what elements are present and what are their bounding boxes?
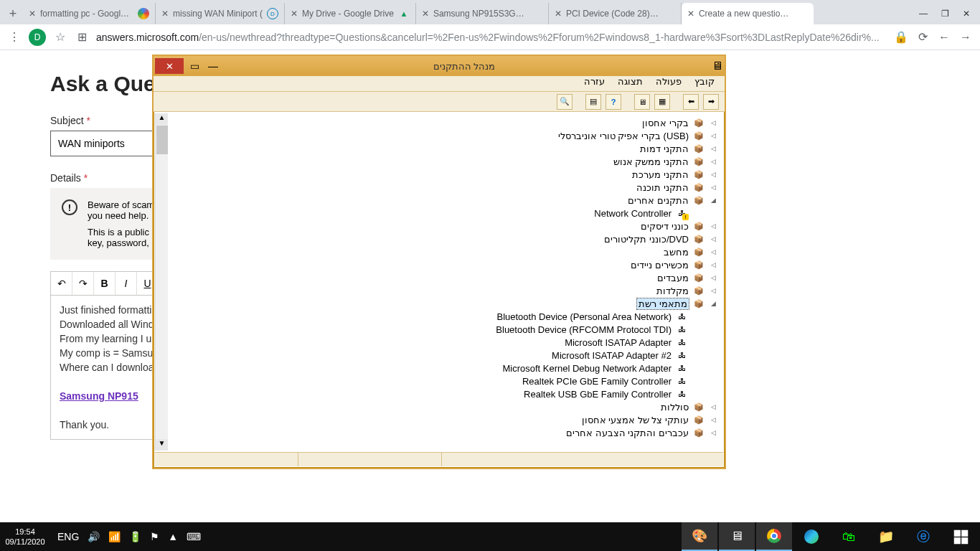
tab-0[interactable]: ✕formatting pc - Google S (23, 3, 156, 24)
app-explorer[interactable]: 📁 (868, 522, 904, 551)
network-icon[interactable]: 📶 (108, 531, 121, 542)
dm-close-button[interactable]: ✕ (155, 58, 184, 74)
tree-node[interactable]: ◁📦מקלדות (168, 284, 723, 297)
tab-2[interactable]: ✕My Drive - Google Drive▲ (285, 3, 416, 24)
tool-show-hidden-icon[interactable]: ▦ (654, 94, 670, 110)
install-icon[interactable]: ⊞ (75, 30, 89, 44)
menu-file[interactable]: קובץ (694, 76, 715, 91)
tree-node[interactable]: ◁📦כונני דיסקים (168, 220, 723, 232)
device-icon: 📦 (693, 298, 705, 309)
tree-node[interactable]: ◁📦התקני דמות (168, 142, 723, 155)
close-icon[interactable]: ✕ (291, 9, 298, 19)
close-icon[interactable]: ✕ (555, 9, 562, 19)
close-icon[interactable]: ✕ (422, 9, 429, 19)
tree-node[interactable]: 🖧Bluetooth Device (Personal Area Network… (168, 310, 723, 323)
tab-1[interactable]: ✕missing WAN Miniport (D (156, 3, 285, 24)
forward-icon[interactable]: → (958, 31, 973, 44)
flag-icon[interactable]: ⚑ (150, 531, 159, 542)
tool-properties-icon[interactable]: ▤ (585, 94, 601, 110)
avatar[interactable]: D (29, 29, 46, 46)
google-icon (138, 8, 149, 19)
device-icon: 📦 (693, 259, 705, 270)
device-icon: 📦 (693, 156, 705, 167)
device-icon: 🖧 (676, 362, 687, 374)
lang-indicator[interactable]: ENG (57, 531, 79, 542)
tree-node[interactable]: ◁📦התקני מערכת (168, 168, 723, 181)
dm-maximize-button[interactable]: ▭ (185, 60, 204, 72)
tray-more-icon[interactable]: ▲ (168, 531, 178, 542)
tree-node[interactable]: ◁📦מעבדים (168, 271, 723, 284)
keyboard-icon[interactable]: ⌨ (187, 531, 201, 542)
menu-view[interactable]: תצוגה (618, 76, 643, 91)
battery-icon[interactable]: 🔋 (129, 531, 141, 542)
tool-forward-icon[interactable]: ➡ (703, 94, 719, 110)
device-icon: 🖧 (676, 375, 687, 387)
tree-node[interactable]: 🖧Microsoft ISATAP Adapter #2 (168, 349, 723, 362)
back-icon[interactable]: ← (937, 31, 951, 44)
tree-node[interactable]: ◁📦כונני תקליטורים/DVD (168, 232, 723, 245)
samsung-link[interactable]: Samsung NP915 (60, 390, 138, 402)
close-button[interactable]: ✕ (956, 6, 977, 22)
close-icon[interactable]: ✕ (161, 9, 169, 19)
new-tab-button[interactable]: + (3, 4, 23, 24)
app-paint[interactable]: 🎨 (682, 522, 717, 551)
bold-button[interactable]: B (94, 272, 116, 295)
tree-node[interactable]: 🖧Network Controller (168, 207, 723, 220)
tree-node[interactable]: 🖧Bluetooth Device (RFCOMM Protocol TDI) (168, 323, 723, 336)
bookmark-icon[interactable]: ☆ (53, 30, 67, 44)
menu-help[interactable]: עזרה (584, 76, 605, 91)
menu-action[interactable]: פעולה (656, 76, 682, 91)
dm-titlebar[interactable]: 🖥 מנהל ההתקנים — ▭ ✕ (154, 56, 725, 76)
tree-node[interactable]: ◢📦מתאמי רשת (168, 297, 723, 310)
device-tree[interactable]: ◁📦בקרי אחסון◁📦בקרי אפיק טורי אוניברסלי (… (168, 113, 723, 451)
lock-icon[interactable]: 🔒 (894, 30, 908, 44)
tree-node[interactable]: ◁📦בקרי אפיק טורי אוניברסלי (USB) (168, 129, 723, 142)
tree-node[interactable]: ◁📦עכברים והתקני הצבעה אחרים (168, 426, 723, 439)
system-tray[interactable]: ENG 🔊 📶 🔋 ⚑ ▲ ⌨ (50, 531, 208, 542)
tree-node[interactable]: ◁📦מכשירים ניידים (168, 258, 723, 271)
menu-icon[interactable]: ⋮ (7, 30, 22, 44)
device-icon: 🖧 (676, 207, 687, 219)
tree-node[interactable]: ◁📦סוללות (168, 400, 723, 413)
tree-node[interactable]: 🖧Realtek PCIe GbE Family Controller (168, 375, 723, 387)
volume-icon[interactable]: 🔊 (88, 531, 100, 542)
italic-button[interactable]: I (116, 272, 137, 295)
url-field[interactable]: answers.microsoft.com/en-us/newthread?th… (96, 32, 887, 43)
device-icon: 📦 (693, 233, 705, 245)
chrome-icon (767, 529, 781, 543)
tool-back-icon[interactable]: ⬅ (683, 94, 699, 110)
close-icon[interactable]: ✕ (29, 9, 36, 19)
redo-button[interactable]: ↷ (72, 272, 94, 295)
tool-help-icon[interactable]: ? (606, 94, 621, 110)
undo-button[interactable]: ↶ (51, 272, 72, 295)
app-edge[interactable] (793, 522, 829, 551)
tree-node[interactable]: ◁📦מחשב (168, 245, 723, 258)
device-icon: 📦 (693, 272, 705, 283)
close-icon[interactable]: ✕ (687, 9, 694, 19)
maximize-button[interactable]: ❐ (934, 6, 956, 22)
device-icon: 📦 (693, 130, 705, 141)
tab-5[interactable]: ✕Create a new question o (682, 3, 814, 24)
app-devmgr[interactable]: 🖥 (719, 522, 755, 551)
tab-4[interactable]: ✕PCI Device (Code 28) Ot (549, 3, 682, 24)
scrollbar[interactable]: ▲▼ (155, 113, 168, 451)
app-chrome[interactable] (756, 522, 792, 551)
tree-node[interactable]: ◢📦התקנים אחרים (168, 194, 723, 207)
tab-3[interactable]: ✕Samsung NP915S3G-K0 (416, 3, 549, 24)
app-store[interactable]: 🛍 (831, 522, 867, 551)
start-button[interactable] (943, 522, 979, 551)
tool-update-icon[interactable]: 🔍 (557, 94, 573, 110)
minimize-button[interactable]: — (913, 6, 934, 22)
clock[interactable]: 19:5409/11/2020 (0, 524, 50, 550)
tree-node[interactable]: 🖧Realtek USB GbE Family Controller (168, 387, 723, 400)
tool-scan-icon[interactable]: 🖥 (634, 94, 650, 110)
reload-icon[interactable]: ⟳ (915, 30, 930, 44)
dm-minimize-button[interactable]: — (204, 60, 222, 72)
tree-node[interactable]: 🖧Microsoft Kernel Debug Network Adapter (168, 362, 723, 375)
tree-node[interactable]: 🖧Microsoft ISATAP Adapter (168, 336, 723, 349)
app-ie[interactable]: ⓔ (905, 522, 941, 551)
tree-node[interactable]: ◁📦עותקי צל של אמצעי אחסון (168, 413, 723, 426)
tree-node[interactable]: ◁📦בקרי אחסון (168, 116, 723, 129)
tree-node[interactable]: ◁📦התקני תוכנה (168, 181, 723, 194)
tree-node[interactable]: ◁📦התקני ממשק אנוש (168, 155, 723, 168)
